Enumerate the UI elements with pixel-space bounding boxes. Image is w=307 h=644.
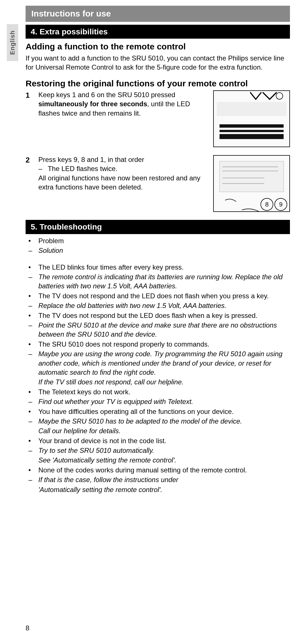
- step-number: 1: [26, 90, 38, 147]
- bullet-icon: •: [26, 436, 38, 445]
- step1-text-a: Keep keys 1 and 6 on the SRU 5010 presse…: [38, 91, 175, 99]
- problem-row: •You have difficulties operating all of …: [26, 407, 290, 416]
- solution-extra-row: Call our helpline for details.: [26, 426, 290, 435]
- solution-text: Maybe you are using the wrong code. Try …: [38, 349, 290, 377]
- dash-icon: –: [26, 321, 38, 339]
- blank-indent: [26, 456, 38, 465]
- subtitle-restoring: Restoring the original functions of your…: [26, 78, 290, 89]
- problem-text: The TV does not respond and the LED does…: [38, 291, 290, 301]
- legend-solution-text: Solution: [38, 246, 290, 255]
- solution-row: –Try to set the SRU 5010 automatically.: [26, 446, 290, 455]
- solution-extra-text: Call our helpline for details.: [38, 426, 290, 435]
- problem-row: •The LED blinks four times after every k…: [26, 263, 290, 272]
- troubleshooting-list: • Problem – Solution •The LED blinks fou…: [26, 236, 290, 494]
- bullet-icon: •: [26, 291, 38, 301]
- solution-extra-row: 'Automatically setting the remote contro…: [26, 485, 290, 494]
- dash-icon: –: [26, 301, 38, 310]
- solution-text: The remote control is indicating that it…: [38, 272, 290, 291]
- solution-text: Point the SRU 5010 at the device and mak…: [38, 321, 290, 339]
- solution-row: –If that is the case, follow the instruc…: [26, 475, 290, 484]
- figure-keys-1-6: [213, 90, 290, 147]
- solution-extra-text: If the TV still does not respond, call o…: [38, 378, 290, 387]
- blank-indent: [26, 485, 38, 494]
- solution-row: –Maybe the SRU 5010 has to be adapted to…: [26, 417, 290, 426]
- svg-rect-7: [219, 161, 283, 192]
- solution-row: –Point the SRU 5010 at the device and ma…: [26, 321, 290, 339]
- solution-text: Replace the old batteries with two new 1…: [38, 301, 290, 310]
- solution-row: –The remote control is indicating that i…: [26, 272, 290, 291]
- solution-row: –Replace the old batteries with two new …: [26, 301, 290, 310]
- svg-rect-2: [219, 124, 283, 128]
- solution-row: –Maybe you are using the wrong code. Try…: [26, 349, 290, 377]
- step-1: 1 Keep keys 1 and 6 on the SRU 5010 pres…: [26, 90, 290, 147]
- problem-row: •Your brand of device is not in the code…: [26, 436, 290, 445]
- svg-text:8: 8: [265, 201, 269, 208]
- bullet-icon: •: [26, 263, 38, 272]
- blank-indent: [26, 426, 38, 435]
- solution-text: If that is the case, follow the instruct…: [38, 475, 290, 484]
- problem-text: None of the codes works during manual se…: [38, 466, 290, 475]
- language-tab: English: [7, 24, 18, 61]
- header-bar: Instructions for use: [26, 6, 290, 22]
- step-text: Press keys 9, 8 and 1, in that order – T…: [38, 155, 211, 212]
- step1-text-bold: simultaneously for three seconds: [38, 100, 147, 108]
- solution-extra-row: See 'Automatically setting the remote co…: [26, 456, 290, 465]
- dash-icon: –: [26, 246, 38, 255]
- legend-problem: • Problem: [26, 236, 290, 245]
- dash-icon: –: [26, 272, 38, 291]
- step-text: Keep keys 1 and 6 on the SRU 5010 presse…: [38, 90, 211, 147]
- bullet-icon: •: [26, 466, 38, 475]
- problem-text: The SRU 5010 does not respond properly t…: [38, 340, 290, 349]
- problem-row: •The SRU 5010 does not respond properly …: [26, 340, 290, 349]
- problem-text: Your brand of device is not in the code …: [38, 436, 290, 445]
- solution-row: –Find out whether your TV is equipped wi…: [26, 397, 290, 406]
- bullet-icon: •: [26, 340, 38, 349]
- problem-row: •The TV does not respond and the LED doe…: [26, 291, 290, 301]
- svg-rect-1: [217, 102, 287, 116]
- figure-keys-9-8-1: 8 9: [213, 155, 290, 212]
- solution-extra-text: See 'Automatically setting the remote co…: [38, 456, 290, 465]
- dash-icon: –: [26, 417, 38, 426]
- legend-solution: – Solution: [26, 246, 290, 255]
- solution-text: Try to set the SRU 5010 automatically.: [38, 446, 290, 455]
- section-4-title: 4. Extra possibilities: [26, 25, 290, 39]
- solution-extra-row: If the TV still does not respond, call o…: [26, 378, 290, 387]
- svg-rect-4: [219, 134, 283, 139]
- subtitle-adding-function: Adding a function to the remote control: [26, 41, 290, 53]
- page-number: 8: [26, 624, 29, 633]
- svg-rect-3: [219, 130, 283, 132]
- solution-extra-text: 'Automatically setting the remote contro…: [38, 485, 290, 494]
- problem-text: The Teletext keys do not work.: [38, 387, 290, 397]
- problem-row: •The TV does not respond but the LED doe…: [26, 311, 290, 320]
- svg-text:9: 9: [279, 201, 283, 208]
- dash-icon: –: [26, 446, 38, 455]
- dash-icon: –: [26, 349, 38, 377]
- solution-text: Find out whether your TV is equipped wit…: [38, 397, 290, 406]
- bullet-icon: •: [26, 236, 38, 245]
- blank-indent: [26, 378, 38, 387]
- problem-text: The LED blinks four times after every ke…: [38, 263, 290, 272]
- bullet-icon: •: [26, 387, 38, 397]
- bullet-icon: •: [26, 311, 38, 320]
- legend-problem-text: Problem: [38, 236, 290, 245]
- bullet-icon: •: [26, 407, 38, 416]
- problem-text: You have difficulties operating all of t…: [38, 407, 290, 416]
- step2-dash1: The LED flashes twice.: [48, 165, 117, 172]
- step-2: 2 Press keys 9, 8 and 1, in that order –…: [26, 155, 290, 212]
- solution-text: Maybe the SRU 5010 has to be adapted to …: [38, 417, 290, 426]
- problem-row: •The Teletext keys do not work.: [26, 387, 290, 397]
- step2-text-b: All original functions have now been res…: [38, 174, 200, 191]
- problem-row: •None of the codes works during manual s…: [26, 466, 290, 475]
- dash-icon: –: [26, 475, 38, 484]
- section-5-title: 5. Troubleshooting: [26, 220, 290, 234]
- para-adding-function: If you want to add a function to the SRU…: [26, 54, 290, 72]
- step2-text-a: Press keys 9, 8 and 1, in that order: [38, 156, 144, 163]
- problem-text: The TV does not respond but the LED does…: [38, 311, 290, 320]
- step-number: 2: [26, 155, 38, 212]
- dash-prefix: –: [38, 165, 48, 172]
- dash-icon: –: [26, 397, 38, 406]
